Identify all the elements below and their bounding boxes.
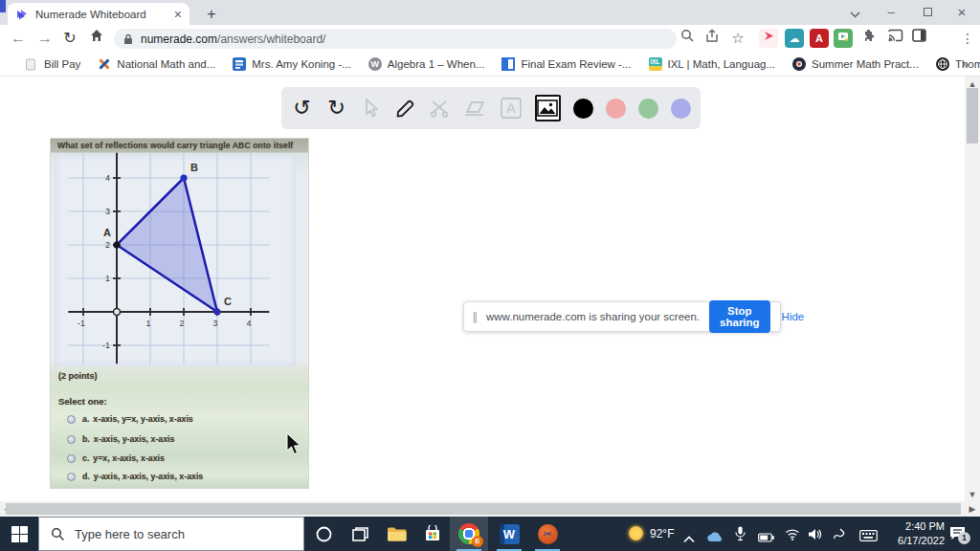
image-tool-icon[interactable] xyxy=(535,95,561,121)
profile-avatar[interactable]: E xyxy=(932,28,952,48)
weather-temp[interactable]: 92°F xyxy=(650,517,674,551)
undo-icon[interactable]: ↺ xyxy=(291,96,313,121)
restore-button[interactable] xyxy=(924,8,932,16)
bookmark-amy-koning[interactable]: Mrs. Amy Koning -... xyxy=(233,57,351,71)
bookmark-star-icon[interactable]: ☆ xyxy=(727,28,748,49)
scroll-down-icon[interactable]: ▼ xyxy=(965,487,980,502)
pen-tray-icon[interactable] xyxy=(833,527,846,544)
svg-text:2: 2 xyxy=(179,319,184,328)
extension-icon-red-arrow[interactable] xyxy=(759,29,778,48)
clock-date: 6/17/2022 xyxy=(885,534,945,548)
bookmark-national-math[interactable]: National Math and... xyxy=(98,57,215,71)
side-panel-icon[interactable] xyxy=(909,29,928,48)
drag-handle-icon[interactable]: ∥ xyxy=(472,310,479,323)
target-icon xyxy=(792,57,806,71)
mouse-cursor xyxy=(286,432,302,455)
touch-keyboard-icon[interactable] xyxy=(859,528,878,545)
svg-text:3: 3 xyxy=(105,207,110,216)
text-tool-icon[interactable]: A xyxy=(500,96,523,121)
eraser-icon[interactable] xyxy=(464,96,487,121)
color-swatch-purple[interactable] xyxy=(671,99,691,119)
bookmark-thomastik[interactable]: Thomastik-Infeld C... xyxy=(936,57,980,71)
weather-sun-icon[interactable] xyxy=(629,526,643,540)
share-icon[interactable] xyxy=(702,28,724,49)
new-tab-button[interactable]: + xyxy=(203,6,220,23)
radio-icon xyxy=(67,454,76,463)
select-cursor-icon[interactable] xyxy=(360,96,382,121)
horizontal-scrollbar[interactable]: ◀ ▶ xyxy=(0,501,980,517)
vertical-scroll-thumb[interactable] xyxy=(967,88,978,143)
file-explorer-button[interactable] xyxy=(377,517,415,551)
stop-sharing-button[interactable]: Stop sharing xyxy=(709,300,770,333)
close-window-button[interactable]: × xyxy=(947,4,976,21)
forward-icon[interactable]: → xyxy=(34,28,56,49)
bookmark-final-exam[interactable]: Final Exam Review -... xyxy=(501,57,631,71)
bookmark-summer-math[interactable]: Summer Math Pract... xyxy=(792,57,919,71)
onedrive-icon[interactable] xyxy=(706,529,724,546)
microsoft-store-button[interactable] xyxy=(413,517,452,551)
extension-icon-adobe[interactable]: A xyxy=(810,29,829,48)
search-placeholder: Type here to search xyxy=(75,527,185,541)
color-swatch-green[interactable] xyxy=(638,99,658,119)
hide-link[interactable]: Hide xyxy=(782,311,805,322)
home-icon[interactable] xyxy=(86,28,107,49)
word-taskbar-button[interactable]: W xyxy=(490,517,528,551)
cortana-button[interactable] xyxy=(304,517,343,551)
windows-taskbar: Type here to search E W ✂ 92°F xyxy=(0,517,980,551)
notification-badge: 1 xyxy=(958,532,970,544)
bookmark-bill-pay[interactable]: Bill Pay xyxy=(25,57,80,71)
speaker-icon[interactable] xyxy=(808,527,822,544)
extension-icon-cloud[interactable]: ☁ xyxy=(785,29,804,48)
taskbar-search-input[interactable]: Type here to search xyxy=(38,517,304,551)
extension-icon-green[interactable] xyxy=(834,29,853,48)
schoology-icon xyxy=(233,57,246,71)
color-swatch-black[interactable] xyxy=(573,99,593,119)
chrome-taskbar-button[interactable]: E xyxy=(450,517,488,551)
cut-tool-icon[interactable] xyxy=(430,96,452,121)
app-icon: ✂ xyxy=(538,524,558,544)
app-taskbar-button[interactable]: ✂ xyxy=(528,517,567,551)
tab-title: Numerade Whiteboard xyxy=(35,9,174,20)
taskbar-clock[interactable]: 2:40 PM 6/17/2022 xyxy=(885,519,945,548)
bookmark-algebra1[interactable]: W Algebra 1 – When... xyxy=(368,57,485,71)
chrome-profile-badge: E xyxy=(472,536,483,547)
redo-icon[interactable]: ↻ xyxy=(325,96,347,121)
browser-menu-icon[interactable]: ⋮ xyxy=(957,28,978,49)
minimize-button[interactable]: – xyxy=(877,4,905,21)
svg-text:4: 4 xyxy=(105,173,110,183)
action-center-icon[interactable]: 1 xyxy=(949,526,966,540)
select-one-label: Select one: xyxy=(58,396,107,407)
browser-tab[interactable]: Numerade Whiteboard × xyxy=(8,3,189,25)
option-c: c. y=x, x-axis, x-axis xyxy=(67,453,165,463)
option-d: d. y-axis, x-axis, y-axis, x-axis xyxy=(67,472,203,481)
question-graph: -11234-11234ABC xyxy=(51,152,308,370)
color-swatch-pink[interactable] xyxy=(606,99,626,119)
microphone-icon[interactable] xyxy=(735,526,746,545)
tray-chevron-icon[interactable] xyxy=(683,530,695,547)
question-image[interactable]: What set of reflections would carry tria… xyxy=(51,139,308,488)
battery-icon[interactable] xyxy=(758,529,774,546)
back-icon[interactable]: ← xyxy=(8,28,29,49)
bookmarks-overflow-icon[interactable]: » xyxy=(962,56,969,71)
vertical-scrollbar[interactable]: ▲ ▼ xyxy=(965,77,980,502)
wifi-icon[interactable] xyxy=(785,527,800,544)
radio-icon xyxy=(67,415,76,424)
cast-icon[interactable] xyxy=(885,29,904,48)
start-button[interactable] xyxy=(0,517,38,551)
zoom-icon[interactable] xyxy=(677,28,698,49)
svg-text:C: C xyxy=(224,296,232,307)
address-bar[interactable]: numerade.com/answers/whiteboard/ xyxy=(114,29,677,49)
tab-strip: Numerade Whiteboard × + – × xyxy=(0,0,980,25)
reload-icon[interactable]: ↻ xyxy=(59,28,80,49)
share-message: www.numerade.com is sharing your screen. xyxy=(486,311,700,322)
task-view-button[interactable] xyxy=(341,517,379,551)
tab-search-chevron-icon[interactable] xyxy=(840,6,869,23)
scroll-right-icon[interactable]: ▶ xyxy=(965,501,980,517)
tab-close-icon[interactable]: × xyxy=(174,8,182,21)
horizontal-scroll-thumb[interactable] xyxy=(6,503,961,515)
lock-icon xyxy=(123,33,133,45)
extensions-puzzle-icon[interactable] xyxy=(858,29,878,48)
bookmark-ixl[interactable]: IXL IXL | Math, Languag... xyxy=(649,57,776,71)
screen-edge-sliver xyxy=(0,0,6,12)
pen-icon[interactable] xyxy=(395,96,417,121)
